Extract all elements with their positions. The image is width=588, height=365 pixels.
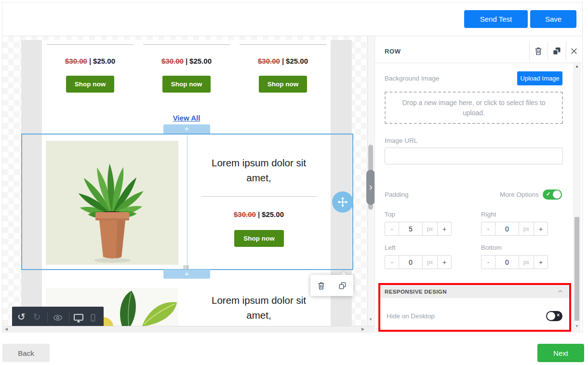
increment-button[interactable]: + [534, 255, 548, 269]
new-price: $25.00 [93, 57, 115, 65]
delete-row-button[interactable] [317, 281, 326, 290]
image-dropzone[interactable]: Drop a new image here, or click to selec… [385, 92, 563, 124]
view-all-link[interactable]: View All [138, 114, 235, 122]
redo-button[interactable]: ↻ [33, 312, 41, 322]
padding-label: Padding [385, 191, 409, 198]
save-button[interactable]: Save [530, 10, 576, 28]
hide-on-desktop-label: Hide on Desktop [387, 312, 435, 320]
mobile-view-button[interactable] [88, 313, 98, 323]
scroll-up-arrow[interactable]: ▲ [574, 65, 580, 68]
padding-right-stepper: - 0 px + [481, 222, 548, 236]
padding-right-value[interactable]: 0 [495, 222, 519, 236]
undo-button[interactable]: ↺ [17, 312, 26, 322]
unit-label: px [422, 255, 438, 269]
add-row-button-bottom[interactable]: + [163, 270, 210, 279]
product-price: $30.00|$25.00 [235, 57, 331, 65]
toggle-knob [547, 312, 555, 320]
check-icon: ✓ [546, 191, 550, 197]
decrement-button[interactable]: - [481, 222, 495, 236]
card-divider [143, 44, 230, 45]
next-button[interactable]: Next [537, 344, 584, 362]
unit-label: px [519, 222, 534, 236]
price-separator: | [184, 57, 189, 65]
close-panel-button[interactable] [570, 47, 578, 55]
increment-button[interactable]: + [437, 222, 452, 236]
canvas-horizontal-scrollbar[interactable] [2, 326, 374, 333]
mobile-icon [88, 313, 98, 323]
back-button[interactable]: Back [2, 344, 50, 362]
responsive-design-highlight: RESPONSIVE DESIGN Hide on Desktop × [378, 283, 571, 332]
image-url-input[interactable] [385, 148, 563, 164]
responsive-design-header[interactable]: RESPONSIVE DESIGN [380, 285, 569, 298]
delete-row-header-button[interactable] [534, 46, 543, 56]
increment-button[interactable]: + [437, 255, 452, 269]
desktop-view-button[interactable] [73, 312, 84, 324]
old-price: $30.00 [161, 57, 184, 65]
add-row-button-top[interactable]: + [163, 124, 210, 134]
next-row-heading[interactable]: Lorem ipsum dolor sit amet, [208, 293, 309, 323]
trash-icon [534, 46, 543, 56]
chevron-up-icon [557, 288, 563, 295]
new-price: $25.00 [286, 57, 308, 65]
selected-row-outline[interactable] [21, 134, 353, 270]
panel-header-separator [529, 41, 530, 60]
send-test-button[interactable]: Send Test [464, 10, 528, 28]
product-price: $30.00|$25.00 [42, 57, 138, 65]
padding-bottom-stepper: - 0 px + [481, 255, 548, 269]
preview-button[interactable] [53, 312, 63, 323]
desktop-icon [73, 312, 84, 324]
toggle-knob [553, 190, 561, 199]
price-separator: | [280, 57, 286, 65]
close-icon [570, 47, 578, 55]
scroll-right-arrow[interactable]: ▶ [361, 327, 365, 331]
duplicate-row-header-button[interactable] [552, 46, 561, 56]
shop-now-button[interactable]: Shop now [66, 76, 114, 93]
old-price: $30.00 [65, 57, 87, 65]
scroll-down-arrow[interactable]: ▼ [574, 324, 580, 328]
unit-label: px [422, 222, 438, 236]
padding-right-label: Right [481, 211, 496, 218]
padding-left-label: Left [385, 244, 396, 251]
price-separator: | [87, 57, 93, 65]
card-divider [47, 44, 134, 45]
padding-top-stepper: - 5 px + [385, 222, 452, 236]
background-image-label: Background Image [385, 75, 439, 82]
duplicate-icon [552, 46, 561, 56]
eye-icon [53, 312, 63, 323]
panel-left-border [374, 36, 375, 333]
padding-bottom-value[interactable]: 0 [495, 255, 519, 269]
panel-collapse-tab[interactable] [366, 170, 375, 205]
panel-header-separator [548, 41, 548, 60]
panel-scrollbar-thumb[interactable] [575, 217, 579, 321]
more-options-label: More Options [482, 191, 539, 198]
decrement-button[interactable]: - [385, 222, 399, 236]
toolbar-separator [69, 312, 69, 323]
duplicate-row-button[interactable] [338, 281, 347, 290]
row-move-handle[interactable] [332, 191, 353, 213]
padding-top-value[interactable]: 5 [399, 222, 423, 236]
email-builder-app: Send Test Save $30.00|$25.00 Shop now $3… [0, 0, 588, 365]
padding-top-label: Top [385, 211, 395, 218]
product-card[interactable]: $30.00|$25.00 Shop now [235, 40, 331, 127]
product-price: $30.00|$25.00 [138, 57, 235, 65]
more-options-toggle[interactable]: ✓ [543, 189, 562, 200]
upload-image-button[interactable]: Upload Image [517, 71, 562, 85]
hide-on-desktop-toggle[interactable]: × [546, 311, 562, 321]
scroll-down-arrow[interactable]: ▼ [368, 318, 374, 322]
increment-button[interactable]: + [534, 222, 548, 236]
responsive-design-title: RESPONSIVE DESIGN [385, 289, 447, 295]
product-card[interactable]: $30.00|$25.00 Shop now [42, 40, 138, 127]
padding-bottom-label: Bottom [481, 244, 502, 251]
old-price: $30.00 [258, 57, 280, 65]
panel-header-separator [566, 41, 566, 60]
scroll-left-arrow[interactable]: ◀ [4, 327, 9, 331]
decrement-button[interactable]: - [385, 255, 399, 269]
duplicate-icon [338, 281, 347, 290]
padding-left-value[interactable]: 0 [399, 255, 423, 269]
shop-now-button[interactable]: Shop now [162, 76, 211, 93]
shop-now-button[interactable]: Shop now [259, 76, 307, 93]
row-actions-popover [310, 275, 353, 296]
padding-left-stepper: - 0 px + [385, 255, 452, 269]
decrement-button[interactable]: - [481, 255, 495, 269]
chevron-right-icon [367, 184, 374, 191]
